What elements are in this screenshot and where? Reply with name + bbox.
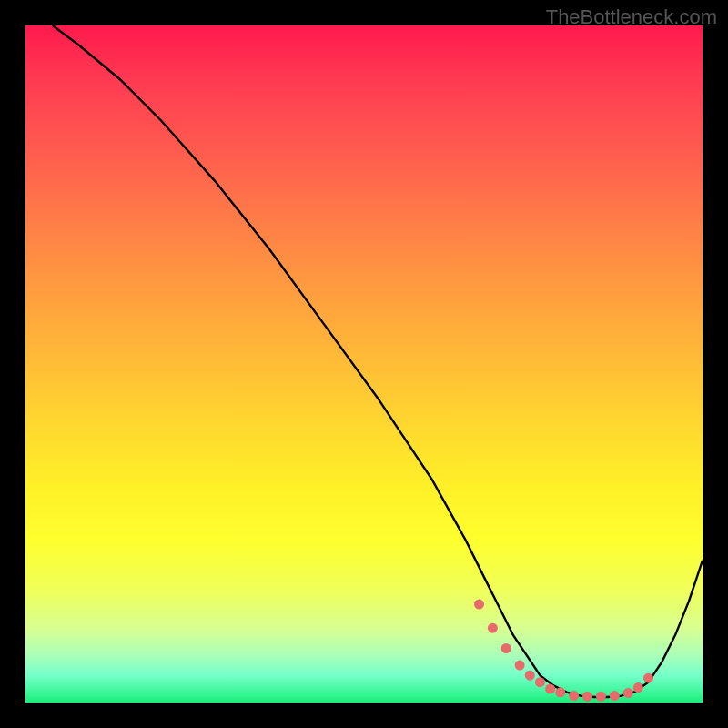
- marker-dot: [474, 600, 484, 610]
- marker-dot: [488, 623, 498, 633]
- bottleneck-curve-line: [53, 25, 703, 697]
- optimal-range-dots: [474, 600, 653, 702]
- marker-dot: [501, 643, 511, 653]
- plot-area: [25, 25, 703, 703]
- marker-dot: [610, 691, 620, 701]
- marker-dot: [633, 682, 643, 693]
- marker-dot: [545, 684, 555, 694]
- marker-dot: [535, 677, 545, 687]
- watermark-text: TheBottleneck.com: [546, 5, 717, 29]
- marker-dot: [555, 687, 565, 697]
- marker-dot: [525, 671, 535, 681]
- marker-dot: [596, 692, 606, 702]
- chart-svg: [25, 25, 703, 703]
- marker-dot: [643, 673, 653, 683]
- marker-dot: [582, 692, 592, 702]
- marker-dot: [569, 691, 579, 701]
- marker-dot: [515, 661, 525, 671]
- marker-dot: [623, 688, 633, 698]
